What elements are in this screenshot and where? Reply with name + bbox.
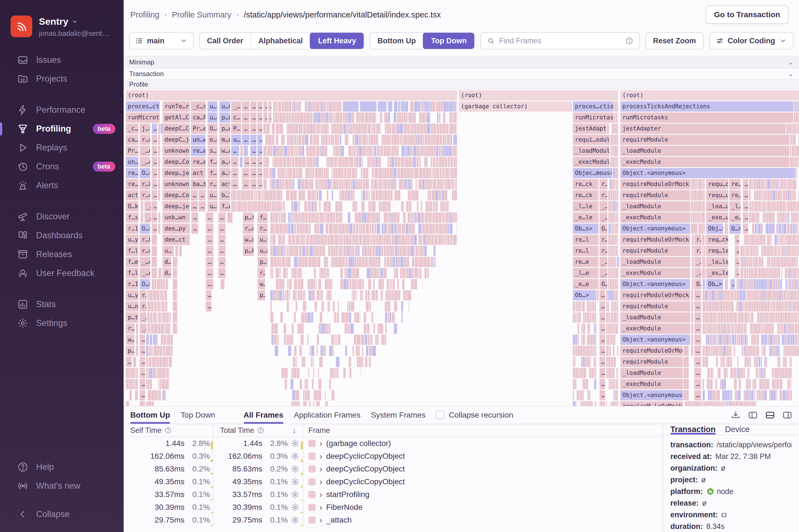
flame-cell[interactable]: … xyxy=(599,368,606,378)
flame-cell[interactable]: requireModule xyxy=(620,357,683,367)
flame-cell[interactable]: … xyxy=(599,346,606,356)
flame-cell[interactable]: f…l xyxy=(126,268,138,278)
flame-cell[interactable] xyxy=(173,290,177,300)
flame-cell[interactable]: _l…e xyxy=(729,201,740,212)
flame-cell[interactable] xyxy=(158,168,160,178)
flame-cell[interactable]: … xyxy=(152,135,157,145)
go-to-transaction-button[interactable]: Go to Transaction xyxy=(706,5,788,24)
flame-cell[interactable] xyxy=(692,246,694,256)
profile-section-header[interactable]: Profile xyxy=(124,79,799,90)
flame-cell[interactable] xyxy=(152,257,157,267)
flame-cell[interactable]: re…er xyxy=(191,146,206,156)
flame-cell[interactable] xyxy=(159,212,160,223)
flame-cell[interactable]: ca…n xyxy=(126,135,138,145)
flame-cell[interactable]: requireM…leOrMock xyxy=(620,401,683,406)
flame-cell[interactable]: … xyxy=(140,346,145,356)
flame-cell[interactable] xyxy=(692,235,694,245)
flame-cell[interactable]: … xyxy=(191,224,198,234)
flame-cell[interactable] xyxy=(221,279,224,289)
flame-cell[interactable]: Object.<anonymous> xyxy=(620,168,796,178)
flame-cell[interactable]: … xyxy=(244,157,249,167)
flame-cell[interactable]: runMicrotasks xyxy=(620,112,793,123)
flame-cell[interactable]: unknown xyxy=(163,179,190,189)
flame-cell[interactable] xyxy=(141,201,144,212)
flame-cell[interactable]: r… xyxy=(599,235,608,245)
flame-cell[interactable]: … xyxy=(250,157,256,167)
expand-chevron-icon[interactable]: › xyxy=(319,477,322,487)
flame-cell[interactable] xyxy=(179,246,182,256)
flame-cell[interactable] xyxy=(152,235,157,245)
flame-cell[interactable]: f…e xyxy=(220,201,230,212)
flame-cell[interactable]: requireModuleOrMock xyxy=(620,235,690,245)
flame-cell[interactable] xyxy=(609,224,611,234)
direction-top-down[interactable]: Top Down xyxy=(423,33,475,49)
flame-cell[interactable]: … xyxy=(694,368,702,378)
flame-cell[interactable]: processTicksAndRejections xyxy=(620,101,793,112)
flame-cell[interactable]: Ob…> xyxy=(706,279,723,289)
flame-cell[interactable]: r… xyxy=(599,179,608,189)
flame-cell[interactable]: _execModule xyxy=(620,379,683,389)
flame-cell[interactable]: u…n xyxy=(126,301,138,311)
flame-cell[interactable]: … xyxy=(250,179,256,189)
flame-cell[interactable]: … xyxy=(206,212,213,223)
flame-cell[interactable]: _c…t xyxy=(126,124,138,134)
flame-cell[interactable]: … xyxy=(694,301,702,311)
flame-cell[interactable]: deep…ject xyxy=(163,168,190,178)
flame-cell[interactable]: requ…ule xyxy=(706,190,728,201)
gear-icon[interactable] xyxy=(291,490,299,499)
flame-cell[interactable]: … xyxy=(191,190,198,201)
flame-cell[interactable] xyxy=(691,335,693,345)
flame-cell[interactable]: … xyxy=(694,335,702,345)
sidebar-item-profiling[interactable]: Profilingbeta xyxy=(0,119,124,138)
flame-cell[interactable]: u…n xyxy=(220,101,230,112)
flame-cell[interactable]: r… xyxy=(599,246,608,256)
flame-cell[interactable]: … xyxy=(599,357,606,367)
flame-cell[interactable]: f…e xyxy=(207,157,217,167)
flame-cell[interactable]: … xyxy=(191,201,198,212)
flame-cell[interactable]: … xyxy=(206,279,213,289)
flame-cell[interactable]: u…e xyxy=(207,112,217,123)
flame-cell[interactable]: … xyxy=(694,390,702,400)
flame-cell[interactable] xyxy=(158,124,160,134)
flame-cell[interactable] xyxy=(146,335,149,345)
flame-cell[interactable]: _c…st xyxy=(191,101,206,112)
flame-cell[interactable]: p… xyxy=(258,290,265,300)
flame-cell[interactable] xyxy=(158,179,160,189)
frame-cell[interactable]: ›deepCyclicCopyObject xyxy=(303,475,663,488)
gear-icon[interactable] xyxy=(291,477,299,486)
flame-cell[interactable] xyxy=(133,357,136,367)
flame-cell[interactable]: unknown xyxy=(163,146,190,156)
flame-cell[interactable]: … xyxy=(743,201,748,212)
flame-cell[interactable] xyxy=(453,135,457,145)
flame-cell[interactable]: r… xyxy=(140,301,146,311)
flame-cell[interactable]: dee…ct xyxy=(163,235,190,245)
flame-cell[interactable]: r…1 xyxy=(258,224,267,234)
flame-cell[interactable]: … xyxy=(191,212,198,223)
flame-cell[interactable]: _… xyxy=(140,323,146,334)
flame-cell[interactable] xyxy=(175,246,178,256)
tab-application-frames[interactable]: Application Frames xyxy=(294,406,360,424)
flame-cell[interactable]: (root) xyxy=(459,90,618,100)
flame-cell[interactable]: _loa…ule xyxy=(706,201,728,212)
flame-cell[interactable] xyxy=(360,101,377,112)
flame-cell[interactable]: … xyxy=(140,401,145,406)
flame-cell[interactable]: (root) xyxy=(620,90,799,100)
sidebar-item-user-feedback[interactable]: User Feedback xyxy=(0,264,124,283)
flame-cell[interactable]: _…e xyxy=(140,157,150,167)
org-switcher[interactable]: Sentry jonas.badalic@sent… xyxy=(0,16,124,51)
expand-chevron-icon[interactable]: › xyxy=(319,490,322,499)
flame-cell[interactable]: re…ck xyxy=(573,179,598,189)
flame-cell[interactable]: … xyxy=(735,246,740,256)
flame-cell[interactable]: p…t xyxy=(258,257,267,267)
flame-cell[interactable]: … xyxy=(250,124,256,134)
flame-cell[interactable]: … xyxy=(218,246,226,256)
flame-cell[interactable]: … xyxy=(231,146,239,156)
flame-cell[interactable]: f…e xyxy=(126,257,138,267)
flame-cell[interactable]: r…1 xyxy=(126,279,138,289)
flame-cell[interactable]: O… xyxy=(694,279,702,289)
flame-cell[interactable]: _… xyxy=(599,257,608,267)
flame-cell[interactable]: requireModuleOrMock xyxy=(620,290,690,300)
table-row[interactable]: 162.06ms0.3%162.06ms0.3%›deepCyclicCopyO… xyxy=(124,450,663,462)
thread-selector[interactable]: main xyxy=(129,32,193,50)
flame-cell[interactable] xyxy=(703,279,705,289)
